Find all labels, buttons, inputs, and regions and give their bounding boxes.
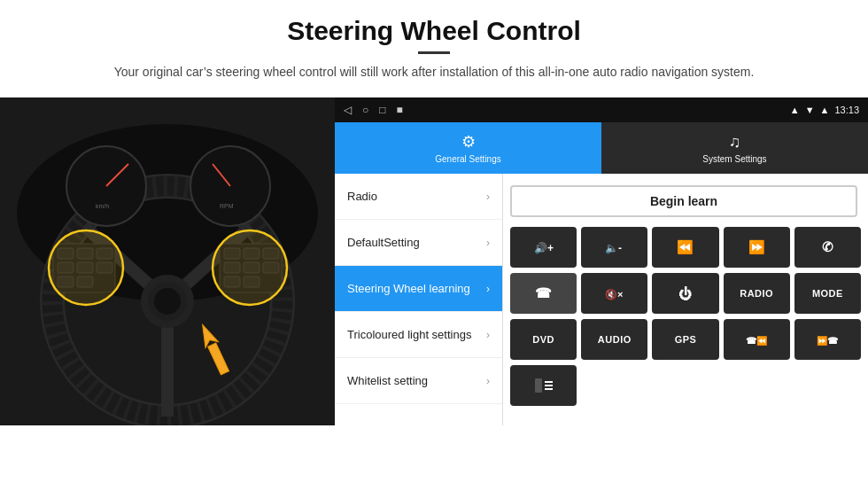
next-track-button[interactable]: ⏩ [724,227,790,268]
phone-next-button[interactable]: ⏩☎ [794,319,861,360]
page-title: Steering Wheel Control [53,16,815,46]
menu-item-tricoloured[interactable]: Tricoloured light settings › [335,312,502,358]
clock: 13:13 [834,105,859,115]
menu-item-default[interactable]: DefaultSetting › [335,220,502,266]
chevron-right-icon: › [486,329,490,341]
top-section: Steering Wheel Control Your original car… [0,0,868,90]
svg-text:🔈-: 🔈- [605,241,622,254]
menu-radio-label: Radio [347,190,377,203]
power-button[interactable]: ⏻ [652,273,718,314]
controls-row2: ☎ 🔇× ⏻ RADIO MODE [510,273,861,314]
menu-icon-button[interactable] [510,365,577,406]
controls-row1: 🔊+ 🔈- ⏪ ⏩ ✆ [510,227,861,268]
prev-track-button[interactable]: ⏪ [652,227,718,268]
menu-steering-label: Steering Wheel learning [347,282,470,295]
svg-point-31 [213,230,287,305]
signal-icon: ▼ [805,105,815,115]
svg-text:km/h: km/h [96,203,109,209]
chevron-right-icon: › [486,191,490,203]
begin-learn-button[interactable]: Begin learn [510,185,857,217]
svg-point-11 [154,288,181,315]
mode-button[interactable]: MODE [794,273,861,314]
nav-icons: ◁ ○ □ ■ [344,104,403,116]
vol-up-button[interactable]: 🔊+ [510,227,577,268]
phone-prev-button[interactable]: ☎⏪ [724,319,790,360]
radio-button[interactable]: RADIO [724,273,790,314]
menu-item-steering[interactable]: Steering Wheel learning › [335,266,502,312]
title-divider [418,51,450,54]
chevron-right-icon: › [486,237,490,249]
gps-button[interactable]: GPS [652,319,718,360]
status-bar: ◁ ○ □ ■ ▲ ▼ ▲ 13:13 [335,97,868,122]
gps-icon: ▲ [790,105,800,115]
svg-text:RPM: RPM [220,203,234,209]
gear-settings-icon: ⚙ [461,132,476,152]
audio-button[interactable]: AUDIO [581,319,647,360]
tab-general-label: General Settings [435,154,501,164]
svg-text:🔊+: 🔊+ [534,241,554,254]
begin-learn-row: Begin learn [510,181,861,222]
menu-list: Radio › DefaultSetting › Steering Wheel … [335,174,503,425]
wifi-icon: ▲ [820,105,830,115]
menu-item-whitelist[interactable]: Whitelist setting › [335,358,502,404]
menu-default-label: DefaultSetting [347,236,420,249]
subtitle: Your original car’s steering wheel contr… [53,63,815,82]
chevron-right-icon: › [486,375,490,387]
menu-whitelist-label: Whitelist setting [347,374,428,387]
phone-answer-button[interactable]: ✆ [794,227,861,268]
svg-text:☎⏪: ☎⏪ [746,335,767,347]
svg-point-30 [49,230,123,305]
hang-up-button[interactable]: ☎ [510,273,577,314]
controls-panel: Begin learn 🔊+ 🔈- ⏪ ⏩ ✆ [503,174,868,425]
steering-wheel-image: km/h RPM [0,97,335,425]
settings-area: Radio › DefaultSetting › Steering Wheel … [335,174,868,425]
menu-item-radio[interactable]: Radio › [335,174,502,220]
menu-tricoloured-label: Tricoloured light settings [347,328,471,341]
tab-system-label: System Settings [702,154,766,164]
nav-home-icon[interactable]: ○ [362,104,368,116]
tab-bar: ⚙ General Settings ♫ System Settings [335,122,868,174]
system-settings-icon: ♫ [729,133,741,152]
tab-general[interactable]: ⚙ General Settings [335,122,601,174]
status-indicators: ▲ ▼ ▲ 13:13 [790,105,859,115]
svg-text:⏩☎: ⏩☎ [817,335,838,347]
tab-system[interactable]: ♫ System Settings [601,122,868,174]
nav-extra-icon[interactable]: ■ [397,104,403,116]
nav-recent-icon[interactable]: □ [379,104,385,116]
head-unit: ◁ ○ □ ■ ▲ ▼ ▲ 13:13 ⚙ General Settings [335,97,868,425]
controls-row3: DVD AUDIO GPS ☎⏪ ⏩☎ [510,319,861,360]
controls-row4 [510,365,861,406]
content-row: km/h RPM ◁ ○ □ ■ ▲ [0,97,868,425]
chevron-right-icon: › [486,283,490,295]
mute-button[interactable]: 🔇× [581,273,647,314]
page-wrapper: Steering Wheel Control Your original car… [0,0,868,425]
dvd-button[interactable]: DVD [510,319,577,360]
vol-down-button[interactable]: 🔈- [581,227,647,268]
nav-back-icon[interactable]: ◁ [344,104,352,116]
svg-text:🔇×: 🔇× [605,288,623,300]
svg-rect-45 [535,378,542,393]
